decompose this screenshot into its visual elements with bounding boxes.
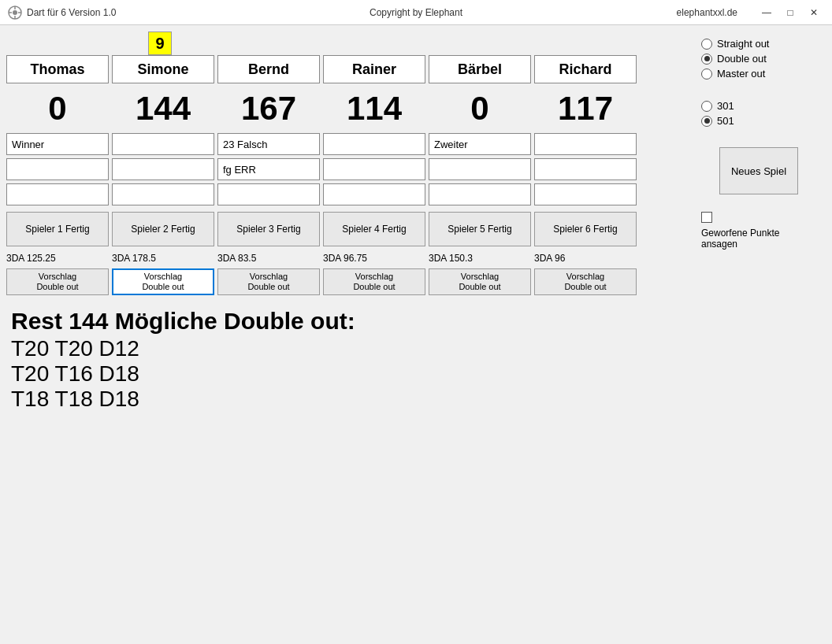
player-3-input-1[interactable]: 23 Falsch <box>217 133 320 155</box>
player-4-input-1[interactable] <box>323 133 425 155</box>
player-5-input-1[interactable]: Zweiter <box>429 133 531 155</box>
player-4-input-3[interactable] <box>323 183 425 205</box>
vorschlag-row: VorschlagDouble outVorschlagDouble outVo… <box>6 268 692 295</box>
turn-row: 9 <box>6 31 692 55</box>
titlebar-controls: elephantxxl.de — □ ✕ <box>677 5 824 20</box>
player-2-input-2[interactable] <box>112 158 214 180</box>
player-stat-5: 3DA 150.3 <box>429 253 531 264</box>
player-stat-3: 3DA 83.5 <box>217 253 320 264</box>
player-5-input-3[interactable] <box>429 183 531 205</box>
out-label-2: Master out <box>717 68 765 80</box>
vorschlag-button-4[interactable]: VorschlagDouble out <box>323 268 425 295</box>
player-stat-1: 3DA 125.25 <box>6 253 109 264</box>
player-stat-6: 3DA 96 <box>534 253 637 264</box>
right-panel: Straight outDouble outMaster out 301501 … <box>692 31 826 638</box>
close-button[interactable]: ✕ <box>804 5 824 20</box>
scores-row: 01441671140117 <box>6 87 692 130</box>
out-label-1: Double out <box>717 53 767 65</box>
game-area: 9 ThomasSimoneBerndRainerBärbelRichard 0… <box>6 31 692 638</box>
player-1-input-1[interactable]: Winner <box>6 133 109 155</box>
neues-spiel-button[interactable]: Neues Spiel <box>719 147 798 194</box>
copyright-text: Copyright by Elephant <box>370 7 462 18</box>
vorschlag-button-2[interactable]: VorschlagDouble out <box>112 268 214 295</box>
maximize-button[interactable]: □ <box>780 5 800 20</box>
svg-point-1 <box>13 10 17 15</box>
input-rows: Winner23 FalschZweiter fg ERR <box>6 133 692 205</box>
player-score-1: 0 <box>6 87 109 130</box>
fertig-button-3[interactable]: Spieler 3 Fertig <box>217 212 320 246</box>
input-row-2: fg ERR <box>6 158 692 180</box>
checkbox-punkte[interactable]: Geworfene Punkte ansagen <box>701 212 816 250</box>
game-option-0[interactable]: 301 <box>701 100 816 112</box>
game-options-group: 301501 <box>701 100 816 127</box>
fertig-button-1[interactable]: Spieler 1 Fertig <box>6 212 109 246</box>
vorschlag-button-6[interactable]: VorschlagDouble out <box>534 268 637 295</box>
player-score-5: 0 <box>429 87 531 130</box>
fertig-button-5[interactable]: Spieler 5 Fertig <box>429 212 531 246</box>
game-option-1[interactable]: 501 <box>701 115 816 127</box>
player-6-input-3[interactable] <box>534 183 637 205</box>
fertig-row: Spieler 1 FertigSpieler 2 FertigSpieler … <box>6 212 692 246</box>
out-radio-2[interactable] <box>701 68 712 80</box>
player-stat-2: 3DA 178.5 <box>112 253 214 264</box>
player-score-2: 144 <box>112 87 214 130</box>
app-title: Dart für 6 Version 1.0 <box>27 7 116 18</box>
player-1-input-2[interactable] <box>6 158 109 180</box>
player-name-1: Thomas <box>6 55 109 83</box>
vorschlag-button-3[interactable]: VorschlagDouble out <box>217 268 320 295</box>
main-content: 9 ThomasSimoneBerndRainerBärbelRichard 0… <box>0 25 832 644</box>
fertig-button-4[interactable]: Spieler 4 Fertig <box>323 212 425 246</box>
player-score-6: 117 <box>534 87 637 130</box>
turn-badge: 9 <box>148 31 172 55</box>
out-label-0: Straight out <box>717 38 770 50</box>
out-option-2[interactable]: Master out <box>701 68 816 80</box>
names-row: ThomasSimoneBerndRainerBärbelRichard <box>6 55 692 83</box>
checkbox-label: Geworfene Punkte ansagen <box>701 228 816 250</box>
input-row-3 <box>6 183 692 205</box>
suggestion-combo-2: T20 T16 D18 <box>11 361 687 387</box>
player-6-input-1[interactable] <box>534 133 637 155</box>
game-radio-1[interactable] <box>701 116 712 127</box>
player-score-4: 114 <box>323 87 425 130</box>
checkbox-box[interactable] <box>701 212 712 223</box>
out-option-0[interactable]: Straight out <box>701 38 816 50</box>
suggestion-combo-3: T18 T18 D18 <box>11 387 687 412</box>
input-row-1: Winner23 FalschZweiter <box>6 133 692 155</box>
minimize-button[interactable]: — <box>756 5 777 20</box>
dart-icon <box>8 6 22 20</box>
player-name-5: Bärbel <box>429 55 531 83</box>
player-2-input-1[interactable] <box>112 133 214 155</box>
player-3-input-2[interactable]: fg ERR <box>217 158 320 180</box>
player-name-2: Simone <box>112 55 214 83</box>
player-2-input-3[interactable] <box>112 183 214 205</box>
out-radio-1[interactable] <box>701 54 712 65</box>
player-score-3: 167 <box>217 87 320 130</box>
vorschlag-button-5[interactable]: VorschlagDouble out <box>429 268 531 295</box>
stats-row: 3DA 125.253DA 178.53DA 83.53DA 96.753DA … <box>6 253 692 264</box>
out-radio-0[interactable] <box>701 39 712 50</box>
player-1-input-3[interactable] <box>6 183 109 205</box>
out-options-group: Straight outDouble outMaster out <box>701 38 816 80</box>
player-5-input-2[interactable] <box>429 158 531 180</box>
player-4-input-2[interactable] <box>323 158 425 180</box>
vorschlag-button-1[interactable]: VorschlagDouble out <box>6 268 109 295</box>
player-3-input-3[interactable] <box>217 183 320 205</box>
fertig-button-6[interactable]: Spieler 6 Fertig <box>534 212 637 246</box>
game-label-1: 501 <box>717 115 734 127</box>
game-label-0: 301 <box>717 100 734 112</box>
website-link: elephantxxl.de <box>677 7 737 18</box>
game-radio-0[interactable] <box>701 101 712 112</box>
player-name-3: Bernd <box>217 55 320 83</box>
suggestion-combo-1: T20 T20 D12 <box>11 336 687 361</box>
turn-indicator: 9 <box>109 31 211 55</box>
player-6-input-2[interactable] <box>534 158 637 180</box>
out-option-1[interactable]: Double out <box>701 53 816 65</box>
fertig-button-2[interactable]: Spieler 2 Fertig <box>112 212 214 246</box>
player-name-6: Richard <box>534 55 637 83</box>
titlebar: Dart für 6 Version 1.0 Copyright by Elep… <box>0 0 832 25</box>
suggestion-area: Rest 144 Mögliche Double out: T20 T20 D1… <box>6 308 692 412</box>
player-stat-4: 3DA 96.75 <box>323 253 425 264</box>
suggestion-header: Rest 144 Mögliche Double out: <box>11 308 687 335</box>
player-name-4: Rainer <box>323 55 425 83</box>
